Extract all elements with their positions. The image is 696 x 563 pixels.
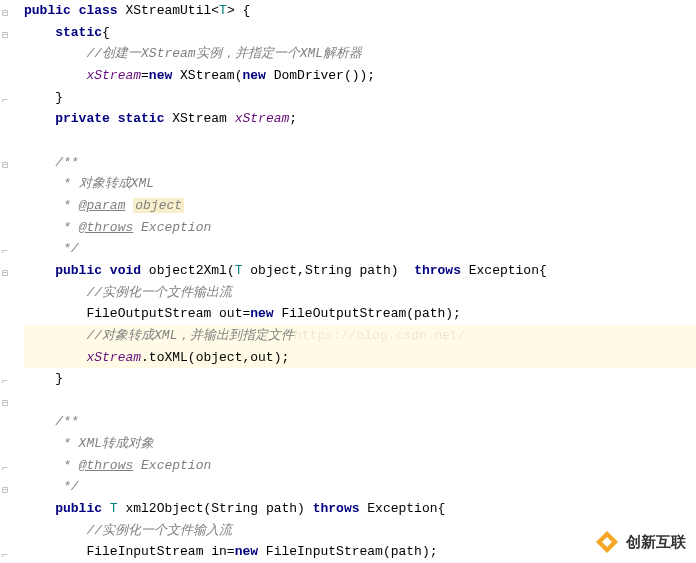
fold-end: ⌐: [2, 90, 8, 112]
code-line: * @throws Exception: [24, 217, 696, 239]
code-line: xStream.toXML(object,out);: [24, 347, 696, 369]
code-line: * 对象转成XML: [24, 173, 696, 195]
code-line: }: [24, 368, 696, 390]
code-line: //创建一XStream实例，并指定一个XML解析器: [24, 43, 696, 65]
code-line: */: [24, 476, 696, 498]
code-line: /**: [24, 411, 696, 433]
code-line: public void object2Xml(T object,String p…: [24, 260, 696, 282]
code-line: //对象转成XML，并输出到指定文件https://blog.csdn.net/: [24, 325, 696, 347]
fold-mark[interactable]: ⊟: [2, 393, 8, 415]
code-line: * XML转成对象: [24, 433, 696, 455]
code-line: xStream=new XStream(new DomDriver());: [24, 65, 696, 87]
code-line: /**: [24, 152, 696, 174]
logo-text: 创新互联: [626, 533, 686, 552]
code-line: FileOutputStream out=new FileOutputStrea…: [24, 303, 696, 325]
code-line: private static XStream xStream;: [24, 108, 696, 130]
watermark-logo: 创新互联: [592, 527, 686, 557]
code-line: }: [24, 87, 696, 109]
fold-mark[interactable]: ⊟: [2, 263, 8, 285]
fold-mark[interactable]: ⊟: [2, 3, 8, 25]
code-line: * @throws Exception: [24, 455, 696, 477]
code-line: public class XStreamUtil<T> {: [24, 0, 696, 22]
blank-line: [24, 130, 696, 152]
code-line: static{: [24, 22, 696, 44]
fold-mark[interactable]: ⊟: [2, 155, 8, 177]
fold-mark[interactable]: ⊟: [2, 25, 8, 47]
fold-end: ⌐: [2, 371, 8, 393]
code-line: * @param object: [24, 195, 696, 217]
watermark: https://blog.csdn.net/: [294, 325, 466, 347]
code-editor: ⊟ ⊟ ⌐ ⊟ ⌐ ⊟ ⌐ ⊟ ⌐ ⊟ ⌐ public class XStre…: [0, 0, 696, 563]
fold-end: ⌐: [2, 458, 8, 480]
code-line: public T xml2Object(String path) throws …: [24, 498, 696, 520]
code-line: //实例化一个文件输出流: [24, 282, 696, 304]
code-line: */: [24, 238, 696, 260]
logo-icon: [592, 527, 622, 557]
fold-end: ⌐: [2, 241, 8, 263]
fold-end: ⌐: [2, 545, 8, 563]
fold-mark[interactable]: ⊟: [2, 480, 8, 502]
blank-line: [24, 390, 696, 412]
